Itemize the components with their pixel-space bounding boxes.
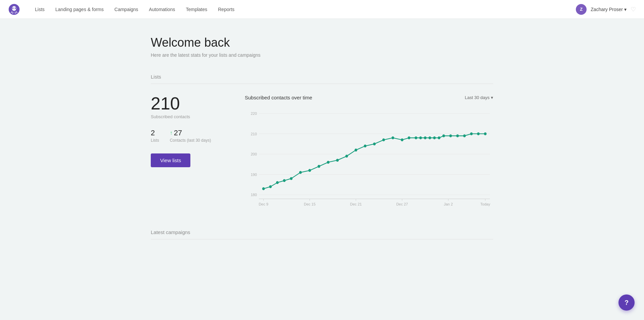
subscribed-count: 210 bbox=[151, 95, 218, 112]
view-lists-button[interactable]: View lists bbox=[151, 153, 190, 167]
nav-links: Lists Landing pages & forms Campaigns Au… bbox=[31, 5, 576, 14]
nav-campaigns[interactable]: Campaigns bbox=[110, 5, 142, 14]
svg-point-57 bbox=[484, 132, 487, 135]
svg-text:Dec 15: Dec 15 bbox=[304, 202, 316, 206]
svg-point-30 bbox=[283, 179, 286, 182]
chart-period-selector[interactable]: Last 30 days ▾ bbox=[465, 95, 493, 100]
lists-count: 2 bbox=[151, 129, 159, 137]
user-name-button[interactable]: Zachary Proser ▾ bbox=[591, 7, 627, 12]
svg-point-27 bbox=[262, 187, 265, 190]
svg-point-2 bbox=[12, 7, 14, 9]
logo-icon bbox=[8, 3, 20, 15]
svg-text:220: 220 bbox=[251, 111, 257, 116]
svg-text:180: 180 bbox=[251, 193, 257, 197]
nav-landing-pages[interactable]: Landing pages & forms bbox=[51, 5, 108, 14]
svg-point-56 bbox=[477, 132, 480, 135]
svg-point-35 bbox=[327, 161, 329, 164]
svg-point-45 bbox=[415, 136, 417, 139]
svg-point-41 bbox=[382, 138, 385, 141]
svg-point-54 bbox=[463, 134, 466, 137]
svg-text:Dec 21: Dec 21 bbox=[350, 202, 362, 206]
lists-section-body: 210 Subscribed contacts 2 Lists ↑ 27 Con… bbox=[151, 95, 493, 213]
chart-svg: 180190200210220Dec 9Dec 15Dec 21Dec 27Ja… bbox=[245, 106, 493, 213]
welcome-title: Welcome back bbox=[151, 36, 493, 50]
nav-automations[interactable]: Automations bbox=[145, 5, 179, 14]
stat-row: 2 Lists ↑ 27 Contacts (last 30 days) bbox=[151, 129, 218, 143]
user-avatar: Z bbox=[576, 4, 587, 15]
latest-campaigns-title: Latest campaigns bbox=[151, 229, 493, 239]
chart-title: Subscribed contacts over time bbox=[245, 95, 312, 100]
svg-point-37 bbox=[345, 155, 348, 158]
nav-lists[interactable]: Lists bbox=[31, 5, 49, 14]
chart-wrapper: 180190200210220Dec 9Dec 15Dec 21Dec 27Ja… bbox=[245, 106, 493, 213]
lists-section-title: Lists bbox=[151, 74, 493, 84]
main-content: Welcome back Here are the latest stats f… bbox=[137, 19, 507, 264]
lists-stats: 210 Subscribed contacts 2 Lists ↑ 27 Con… bbox=[151, 95, 218, 167]
svg-point-49 bbox=[433, 136, 436, 139]
svg-point-47 bbox=[424, 136, 426, 139]
nav-templates[interactable]: Templates bbox=[182, 5, 211, 14]
help-button[interactable]: ? bbox=[618, 294, 635, 311]
svg-point-43 bbox=[401, 138, 404, 141]
svg-point-28 bbox=[269, 185, 272, 188]
chart-container: Subscribed contacts over time Last 30 da… bbox=[245, 95, 493, 213]
contacts-30days-item: ↑ 27 Contacts (last 30 days) bbox=[170, 129, 211, 143]
svg-point-42 bbox=[392, 136, 394, 139]
svg-point-31 bbox=[290, 177, 292, 180]
svg-text:Jan 2: Jan 2 bbox=[444, 202, 453, 206]
chart-header: Subscribed contacts over time Last 30 da… bbox=[245, 95, 493, 100]
lists-count-item: 2 Lists bbox=[151, 129, 159, 143]
svg-point-53 bbox=[456, 134, 459, 137]
svg-point-39 bbox=[364, 144, 366, 147]
svg-point-52 bbox=[449, 134, 452, 137]
subscribed-label: Subscribed contacts bbox=[151, 114, 218, 119]
svg-point-33 bbox=[308, 169, 311, 172]
navbar: Lists Landing pages & forms Campaigns Au… bbox=[0, 0, 644, 19]
svg-text:Dec 9: Dec 9 bbox=[259, 202, 268, 206]
lists-section: Lists 210 Subscribed contacts 2 Lists ↑ … bbox=[151, 74, 493, 213]
contacts-30days-label: Contacts (last 30 days) bbox=[170, 138, 211, 143]
svg-point-3 bbox=[15, 7, 16, 9]
svg-point-50 bbox=[438, 136, 441, 139]
svg-point-46 bbox=[419, 136, 422, 139]
svg-text:190: 190 bbox=[251, 173, 257, 177]
svg-text:210: 210 bbox=[251, 132, 257, 136]
svg-point-29 bbox=[276, 181, 279, 184]
latest-campaigns-section: Latest campaigns bbox=[151, 229, 493, 239]
svg-point-36 bbox=[336, 159, 339, 162]
nav-reports[interactable]: Reports bbox=[214, 5, 238, 14]
svg-text:Today: Today bbox=[480, 202, 491, 206]
svg-point-32 bbox=[299, 171, 302, 174]
lists-label: Lists bbox=[151, 138, 159, 143]
arrow-up-icon: ↑ bbox=[170, 130, 173, 136]
svg-point-48 bbox=[428, 136, 431, 139]
svg-point-55 bbox=[470, 132, 473, 135]
svg-point-40 bbox=[373, 142, 376, 145]
svg-point-51 bbox=[442, 134, 445, 137]
contacts-30days-num-row: ↑ 27 bbox=[170, 129, 211, 137]
welcome-subtitle: Here are the latest stats for your lists… bbox=[151, 52, 493, 58]
contacts-30days-count: 27 bbox=[174, 129, 182, 137]
svg-point-38 bbox=[355, 149, 357, 152]
svg-text:Dec 27: Dec 27 bbox=[396, 202, 408, 206]
nav-right: Z Zachary Proser ▾ ♡ bbox=[576, 4, 636, 15]
favorites-icon[interactable]: ♡ bbox=[631, 6, 636, 13]
svg-point-34 bbox=[318, 165, 320, 168]
svg-point-44 bbox=[408, 136, 410, 139]
logo[interactable] bbox=[8, 3, 20, 15]
svg-text:200: 200 bbox=[251, 152, 257, 156]
